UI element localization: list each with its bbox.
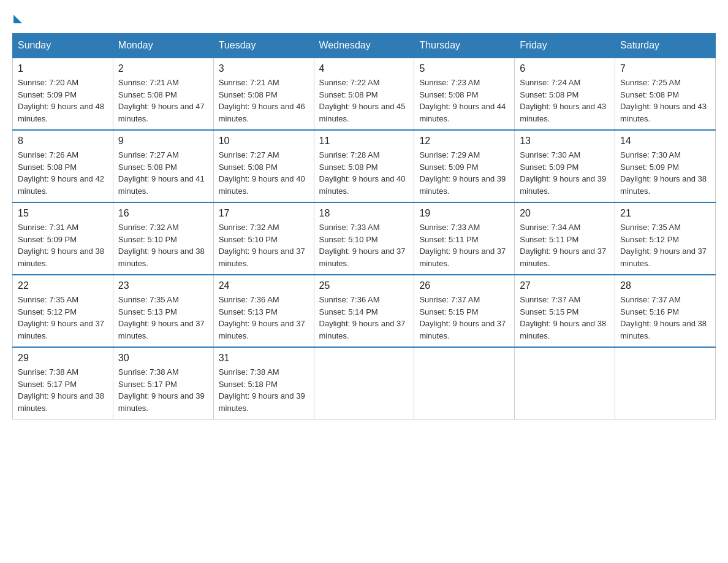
day-number: 27: [520, 280, 610, 291]
calendar-cell: [515, 347, 615, 419]
day-info: Sunrise: 7:27 AM Sunset: 5:08 PM Dayligh…: [118, 149, 208, 197]
calendar-cell: 28 Sunrise: 7:37 AM Sunset: 5:16 PM Dayl…: [615, 275, 716, 347]
calendar-header-sunday: Sunday: [13, 34, 113, 58]
logo: [12, 12, 22, 21]
calendar-cell: 4 Sunrise: 7:22 AM Sunset: 5:08 PM Dayli…: [314, 58, 414, 130]
calendar-cell: 2 Sunrise: 7:21 AM Sunset: 5:08 PM Dayli…: [113, 58, 213, 130]
calendar-cell: 13 Sunrise: 7:30 AM Sunset: 5:09 PM Dayl…: [515, 130, 615, 202]
day-info: Sunrise: 7:37 AM Sunset: 5:15 PM Dayligh…: [520, 294, 610, 342]
day-number: 12: [419, 136, 509, 147]
day-info: Sunrise: 7:21 AM Sunset: 5:08 PM Dayligh…: [118, 77, 208, 124]
day-number: 16: [118, 208, 208, 219]
calendar-cell: 23 Sunrise: 7:35 AM Sunset: 5:13 PM Dayl…: [113, 275, 213, 347]
calendar-cell: 12 Sunrise: 7:29 AM Sunset: 5:09 PM Dayl…: [414, 130, 515, 202]
day-number: 31: [219, 353, 309, 364]
calendar-cell: 5 Sunrise: 7:23 AM Sunset: 5:08 PM Dayli…: [414, 58, 515, 130]
day-number: 26: [419, 280, 509, 291]
day-number: 14: [620, 136, 710, 147]
day-number: 2: [118, 63, 208, 74]
calendar-cell: 22 Sunrise: 7:35 AM Sunset: 5:12 PM Dayl…: [13, 275, 113, 347]
calendar-cell: 20 Sunrise: 7:34 AM Sunset: 5:11 PM Dayl…: [515, 202, 615, 275]
calendar-header-monday: Monday: [113, 34, 213, 58]
day-number: 5: [419, 63, 509, 74]
day-info: Sunrise: 7:37 AM Sunset: 5:15 PM Dayligh…: [419, 294, 509, 342]
day-info: Sunrise: 7:29 AM Sunset: 5:09 PM Dayligh…: [419, 149, 509, 197]
calendar-cell: [414, 347, 515, 419]
day-number: 30: [118, 353, 208, 364]
calendar-cell: 7 Sunrise: 7:25 AM Sunset: 5:08 PM Dayli…: [615, 58, 716, 130]
day-number: 22: [18, 280, 108, 291]
day-info: Sunrise: 7:35 AM Sunset: 5:13 PM Dayligh…: [118, 294, 208, 342]
day-info: Sunrise: 7:28 AM Sunset: 5:08 PM Dayligh…: [319, 149, 409, 197]
day-number: 3: [219, 63, 309, 74]
day-info: Sunrise: 7:20 AM Sunset: 5:09 PM Dayligh…: [18, 77, 108, 124]
day-info: Sunrise: 7:38 AM Sunset: 5:17 PM Dayligh…: [118, 366, 208, 414]
day-number: 24: [219, 280, 309, 291]
calendar-cell: 3 Sunrise: 7:21 AM Sunset: 5:08 PM Dayli…: [213, 58, 314, 130]
day-number: 15: [18, 208, 108, 219]
day-info: Sunrise: 7:31 AM Sunset: 5:09 PM Dayligh…: [18, 221, 108, 269]
day-info: Sunrise: 7:38 AM Sunset: 5:18 PM Dayligh…: [219, 366, 309, 414]
day-number: 23: [118, 280, 208, 291]
calendar-cell: 18 Sunrise: 7:33 AM Sunset: 5:10 PM Dayl…: [314, 202, 414, 275]
calendar-cell: 29 Sunrise: 7:38 AM Sunset: 5:17 PM Dayl…: [13, 347, 113, 419]
day-number: 19: [419, 208, 509, 219]
calendar-cell: 27 Sunrise: 7:37 AM Sunset: 5:15 PM Dayl…: [515, 275, 615, 347]
day-number: 18: [319, 208, 409, 219]
day-number: 29: [18, 353, 108, 364]
calendar-cell: 14 Sunrise: 7:30 AM Sunset: 5:09 PM Dayl…: [615, 130, 716, 202]
calendar-header-row: SundayMondayTuesdayWednesdayThursdayFrid…: [13, 34, 716, 58]
day-number: 25: [319, 280, 409, 291]
day-info: Sunrise: 7:33 AM Sunset: 5:10 PM Dayligh…: [319, 221, 409, 269]
day-number: 21: [620, 208, 710, 219]
day-info: Sunrise: 7:26 AM Sunset: 5:08 PM Dayligh…: [18, 149, 108, 197]
day-info: Sunrise: 7:36 AM Sunset: 5:14 PM Dayligh…: [319, 294, 409, 342]
calendar-cell: [314, 347, 414, 419]
day-info: Sunrise: 7:32 AM Sunset: 5:10 PM Dayligh…: [219, 221, 309, 269]
day-info: Sunrise: 7:35 AM Sunset: 5:12 PM Dayligh…: [620, 221, 710, 269]
calendar-cell: [615, 347, 716, 419]
calendar-header-thursday: Thursday: [414, 34, 515, 58]
calendar-week-row: 29 Sunrise: 7:38 AM Sunset: 5:17 PM Dayl…: [13, 347, 716, 419]
day-info: Sunrise: 7:25 AM Sunset: 5:08 PM Dayligh…: [620, 77, 710, 124]
calendar-cell: 31 Sunrise: 7:38 AM Sunset: 5:18 PM Dayl…: [213, 347, 314, 419]
day-number: 7: [620, 63, 710, 74]
day-number: 9: [118, 136, 208, 147]
day-info: Sunrise: 7:37 AM Sunset: 5:16 PM Dayligh…: [620, 294, 710, 342]
calendar-cell: 6 Sunrise: 7:24 AM Sunset: 5:08 PM Dayli…: [515, 58, 615, 130]
calendar-cell: 19 Sunrise: 7:33 AM Sunset: 5:11 PM Dayl…: [414, 202, 515, 275]
day-number: 17: [219, 208, 309, 219]
page-header: [12, 12, 716, 21]
calendar-cell: 30 Sunrise: 7:38 AM Sunset: 5:17 PM Dayl…: [113, 347, 213, 419]
day-info: Sunrise: 7:35 AM Sunset: 5:12 PM Dayligh…: [18, 294, 108, 342]
calendar-week-row: 15 Sunrise: 7:31 AM Sunset: 5:09 PM Dayl…: [13, 202, 716, 275]
calendar-week-row: 1 Sunrise: 7:20 AM Sunset: 5:09 PM Dayli…: [13, 58, 716, 130]
calendar-week-row: 22 Sunrise: 7:35 AM Sunset: 5:12 PM Dayl…: [13, 275, 716, 347]
calendar-cell: 8 Sunrise: 7:26 AM Sunset: 5:08 PM Dayli…: [13, 130, 113, 202]
logo-arrow-icon: [13, 15, 22, 23]
day-number: 20: [520, 208, 610, 219]
calendar-header-saturday: Saturday: [615, 34, 716, 58]
day-info: Sunrise: 7:27 AM Sunset: 5:08 PM Dayligh…: [219, 149, 309, 197]
calendar-cell: 25 Sunrise: 7:36 AM Sunset: 5:14 PM Dayl…: [314, 275, 414, 347]
day-number: 8: [18, 136, 108, 147]
calendar-cell: 1 Sunrise: 7:20 AM Sunset: 5:09 PM Dayli…: [13, 58, 113, 130]
day-number: 11: [319, 136, 409, 147]
calendar-cell: 15 Sunrise: 7:31 AM Sunset: 5:09 PM Dayl…: [13, 202, 113, 275]
day-info: Sunrise: 7:24 AM Sunset: 5:08 PM Dayligh…: [520, 77, 610, 124]
calendar-cell: 16 Sunrise: 7:32 AM Sunset: 5:10 PM Dayl…: [113, 202, 213, 275]
calendar-header-tuesday: Tuesday: [213, 34, 314, 58]
day-info: Sunrise: 7:21 AM Sunset: 5:08 PM Dayligh…: [219, 77, 309, 124]
day-info: Sunrise: 7:30 AM Sunset: 5:09 PM Dayligh…: [620, 149, 710, 197]
calendar-cell: 26 Sunrise: 7:37 AM Sunset: 5:15 PM Dayl…: [414, 275, 515, 347]
day-info: Sunrise: 7:34 AM Sunset: 5:11 PM Dayligh…: [520, 221, 610, 269]
day-number: 13: [520, 136, 610, 147]
day-info: Sunrise: 7:23 AM Sunset: 5:08 PM Dayligh…: [419, 77, 509, 124]
day-info: Sunrise: 7:36 AM Sunset: 5:13 PM Dayligh…: [219, 294, 309, 342]
day-info: Sunrise: 7:38 AM Sunset: 5:17 PM Dayligh…: [18, 366, 108, 414]
calendar-cell: 21 Sunrise: 7:35 AM Sunset: 5:12 PM Dayl…: [615, 202, 716, 275]
day-number: 4: [319, 63, 409, 74]
calendar-header-friday: Friday: [515, 34, 615, 58]
day-number: 28: [620, 280, 710, 291]
calendar-week-row: 8 Sunrise: 7:26 AM Sunset: 5:08 PM Dayli…: [13, 130, 716, 202]
